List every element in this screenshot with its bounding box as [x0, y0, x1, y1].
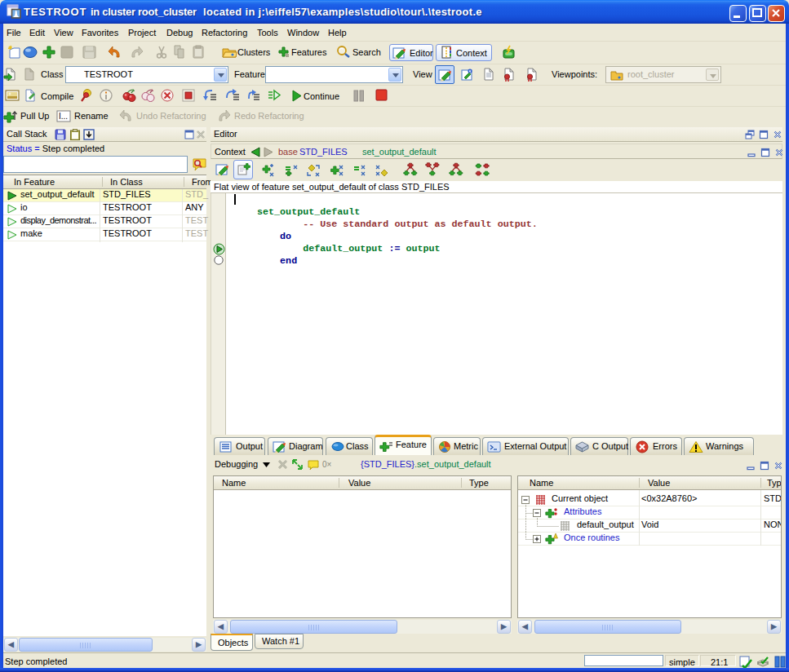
svg-text:I...: I...	[59, 112, 68, 121]
